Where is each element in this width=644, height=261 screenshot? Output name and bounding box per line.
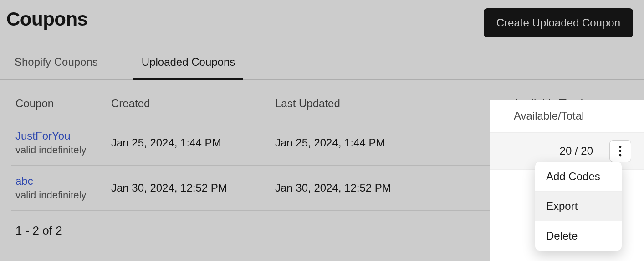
col-updated: Last Updated: [271, 88, 452, 120]
coupon-created: Jan 30, 2024, 12:52 PM: [107, 166, 271, 211]
coupon-available: 20 / 20: [560, 145, 593, 157]
coupon-updated: Jan 30, 2024, 12:52 PM: [271, 166, 452, 211]
menu-item-export[interactable]: Export: [535, 191, 622, 221]
svg-point-8: [619, 154, 622, 157]
coupon-name-link[interactable]: abc: [15, 175, 102, 188]
coupon-updated: Jan 25, 2024, 1:44 PM: [271, 120, 452, 166]
row-actions-button[interactable]: [609, 140, 631, 162]
create-uploaded-coupon-button[interactable]: Create Uploaded Coupon: [484, 8, 633, 37]
menu-item-add-codes[interactable]: Add Codes: [535, 162, 622, 191]
coupon-validity: valid indefinitely: [15, 144, 102, 156]
tab-shopify-coupons[interactable]: Shopify Coupons: [6, 56, 106, 79]
menu-item-delete[interactable]: Delete: [535, 221, 622, 251]
svg-point-6: [619, 146, 622, 148]
row-actions-menu: Add Codes Export Delete: [535, 162, 622, 251]
tabs: Shopify Coupons Uploaded Coupons: [0, 37, 644, 80]
svg-point-7: [619, 150, 622, 152]
coupon-created: Jan 25, 2024, 1:44 PM: [107, 120, 271, 166]
col-created: Created: [107, 88, 271, 120]
kebab-icon: [619, 146, 622, 157]
tab-uploaded-coupons[interactable]: Uploaded Coupons: [133, 56, 244, 79]
page-title: Coupons: [6, 8, 87, 30]
col-available: Available/Total: [490, 100, 644, 132]
coupon-validity: valid indefinitely: [15, 189, 102, 201]
col-coupon: Coupon: [11, 88, 107, 120]
coupon-name-link[interactable]: JustForYou: [15, 130, 102, 142]
row-popover-zone: Available/Total 20 / 20 Add Codes Export…: [490, 100, 644, 261]
